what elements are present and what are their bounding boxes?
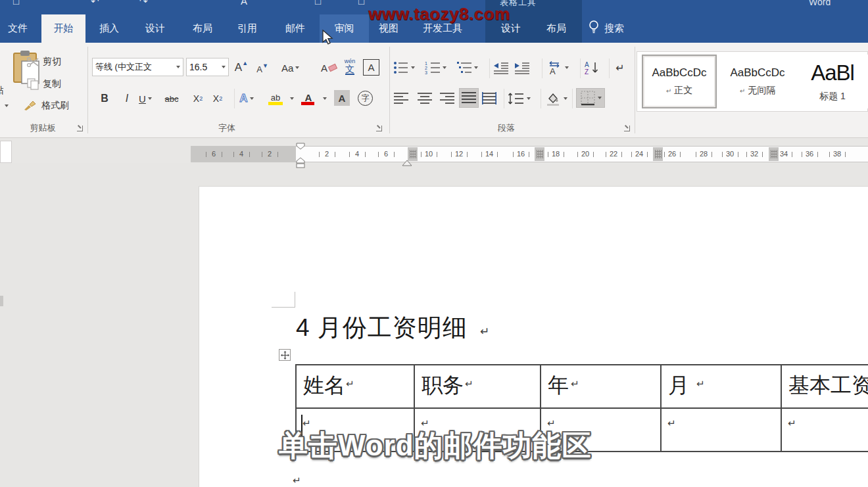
table-header-姓名[interactable]: 姓名 xyxy=(303,371,345,400)
font-name-value: 等线 (中文正文 xyxy=(95,61,152,73)
copy-button[interactable]: 复制 xyxy=(26,76,61,93)
hanging-indent-marker[interactable] xyxy=(296,157,305,171)
ruler-tick xyxy=(577,152,578,157)
strikethrough-button[interactable]: abc xyxy=(164,90,179,107)
shrink-font-button[interactable]: A▼ xyxy=(255,60,270,78)
line-spacing-icon xyxy=(508,91,525,106)
tab-设计[interactable]: 设计 xyxy=(134,14,176,43)
justify-button[interactable] xyxy=(459,88,479,108)
tab-布局[interactable]: 布局 xyxy=(535,14,577,43)
page-icon[interactable]: □ xyxy=(358,0,364,7)
align-left-icon xyxy=(393,92,409,105)
multilevel-list-button[interactable] xyxy=(456,59,478,76)
distribute-button[interactable] xyxy=(481,90,497,107)
format-painter-button[interactable]: 格式刷 xyxy=(24,97,69,114)
margin-crop-mark xyxy=(272,307,295,308)
highlight-color-bar xyxy=(268,102,283,105)
document-area[interactable]: 4 月份工资明细 ↵ 姓名↵↵职务↵↵年↵↵月↵↵基本工资↵ ↵ 单击Word的… xyxy=(0,163,868,487)
bullets-button[interactable] xyxy=(393,59,415,76)
align-left-button[interactable] xyxy=(393,90,409,107)
ruler-label: 4 xyxy=(355,150,359,158)
ruler-tick xyxy=(262,152,262,157)
table-header-年[interactable]: 年 xyxy=(548,371,569,400)
align-right-icon xyxy=(439,92,455,105)
clear-formatting-button[interactable]: A xyxy=(321,59,337,76)
character-scaling-button[interactable]: A xyxy=(546,59,569,76)
subscript-button[interactable]: X2 xyxy=(191,90,205,107)
table-column-marker[interactable] xyxy=(535,147,544,161)
window-icon[interactable]: □ xyxy=(315,0,321,7)
clipboard-dialog-launcher[interactable] xyxy=(77,126,83,131)
grow-font-button[interactable]: A▲ xyxy=(234,59,249,76)
tab-文件[interactable]: 文件 xyxy=(1,14,34,43)
table-column-border[interactable] xyxy=(660,364,662,452)
table-column-marker[interactable] xyxy=(653,147,663,161)
ruler-label: 32 xyxy=(750,150,758,158)
tab-插入[interactable]: 插入 xyxy=(88,14,130,43)
tab-邮件[interactable]: 邮件 xyxy=(274,14,316,43)
table-header-基本工资[interactable]: 基本工资 xyxy=(788,371,868,400)
decrease-indent-button[interactable] xyxy=(493,59,509,76)
style-card-标题 1[interactable]: AaBl标题 1 xyxy=(795,55,868,108)
align-center-button[interactable] xyxy=(417,90,433,107)
table-header-职务[interactable]: 职务 xyxy=(422,371,464,400)
highlight-color-button[interactable]: ab xyxy=(268,89,283,106)
ruler-tick xyxy=(277,152,278,157)
change-case-button[interactable]: Aa xyxy=(281,59,299,76)
tell-me-search[interactable]: 搜索 xyxy=(588,14,647,43)
show-marks-button[interactable]: ↵ xyxy=(613,59,627,76)
font-color-button[interactable]: A xyxy=(301,89,316,106)
paragraph-dialog-launcher[interactable] xyxy=(624,126,630,131)
table-header-月[interactable]: 月 xyxy=(668,371,689,400)
cut-button[interactable]: 剪切 xyxy=(26,53,61,70)
first-line-indent-marker[interactable] xyxy=(296,141,305,152)
sort-button[interactable]: AZ xyxy=(584,59,600,76)
font-name-combobox[interactable]: 等线 (中文正文 xyxy=(92,58,183,76)
numbering-button[interactable]: 123 xyxy=(425,59,446,76)
font-color-dropdown-icon[interactable] xyxy=(323,97,327,100)
font-size-combobox[interactable]: 16.5 xyxy=(186,58,229,76)
ruler-tick xyxy=(829,152,830,157)
font-tool-icon[interactable]: A xyxy=(241,0,247,7)
align-right-button[interactable] xyxy=(439,90,455,107)
enclose-characters-button[interactable]: 字 xyxy=(358,89,373,106)
phonetic-guide-button[interactable]: wén文 xyxy=(343,56,357,77)
increase-indent-button[interactable] xyxy=(514,59,530,76)
table-move-handle[interactable] xyxy=(279,349,291,361)
style-card-正文[interactable]: AaBbCcDc↵ 正文 xyxy=(642,55,717,108)
style-card-无间隔[interactable]: AaBbCcDc↵ 无间隔 xyxy=(720,55,795,108)
shading-button[interactable] xyxy=(544,90,567,107)
line-spacing-button[interactable] xyxy=(508,90,531,107)
ruler-tick xyxy=(738,152,738,157)
ruler-zone: 642246101214161820222426283032343638 xyxy=(0,138,868,163)
tab-引用[interactable]: 引用 xyxy=(226,14,268,43)
save-icon[interactable]: □ xyxy=(13,0,19,7)
tab-开始[interactable]: 开始 xyxy=(41,14,85,43)
borders-button[interactable] xyxy=(576,88,605,108)
underline-button[interactable]: U xyxy=(138,90,153,107)
character-border-button[interactable]: A xyxy=(363,58,379,76)
paste-dropdown-icon[interactable] xyxy=(5,104,9,107)
text-effects-button[interactable]: A xyxy=(239,90,254,107)
cell-mark: ↵ xyxy=(571,378,579,390)
highlight-dropdown-icon[interactable] xyxy=(290,97,294,100)
font-dialog-launcher[interactable] xyxy=(376,126,382,131)
document-heading[interactable]: 4 月份工资明细 xyxy=(296,312,468,344)
tab-布局[interactable]: 布局 xyxy=(181,14,224,43)
table-column-marker[interactable] xyxy=(769,147,779,161)
redo-icon[interactable]: ↷ xyxy=(139,0,148,7)
character-shading-button[interactable]: A xyxy=(334,89,350,106)
bold-button[interactable]: B xyxy=(97,90,112,107)
ruler-tick xyxy=(394,152,395,157)
ruler-tick xyxy=(451,152,452,157)
justify-icon xyxy=(461,91,477,104)
italic-button[interactable]: I xyxy=(120,90,134,107)
table-column-border[interactable] xyxy=(781,364,782,452)
ruler-tick xyxy=(335,152,335,157)
ruler-tick xyxy=(222,152,222,157)
superscript-button[interactable]: X2 xyxy=(210,90,225,107)
right-indent-marker[interactable] xyxy=(402,157,412,169)
undo-icon[interactable]: ↶ xyxy=(91,0,99,7)
ruler-label: 6 xyxy=(212,150,216,158)
cell-mark: ↵ xyxy=(465,378,473,390)
